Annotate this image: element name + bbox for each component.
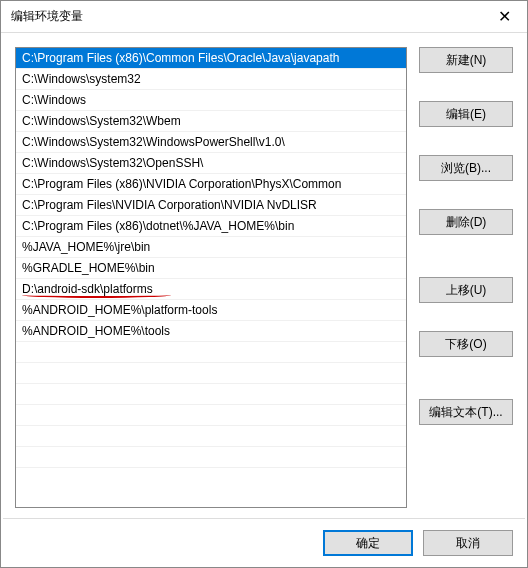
close-button[interactable]: ✕: [481, 1, 527, 33]
list-item[interactable]: %ANDROID_HOME%\tools: [16, 321, 406, 342]
side-buttons: 新建(N) 编辑(E) 浏览(B)... 删除(D) 上移(U) 下移(O) 编…: [419, 47, 513, 508]
browse-button[interactable]: 浏览(B)...: [419, 155, 513, 181]
list-item[interactable]: C:\Windows\System32\Wbem: [16, 111, 406, 132]
list-item[interactable]: C:\Program Files (x86)\NVIDIA Corporatio…: [16, 174, 406, 195]
list-item[interactable]: %JAVA_HOME%\jre\bin: [16, 237, 406, 258]
list-item[interactable]: C:\Program Files (x86)\Common Files\Orac…: [16, 48, 406, 69]
main-row: C:\Program Files (x86)\Common Files\Orac…: [15, 47, 513, 508]
list-item[interactable]: %ANDROID_HOME%\platform-tools: [16, 300, 406, 321]
list-item[interactable]: C:\Windows\System32\WindowsPowerShell\v1…: [16, 132, 406, 153]
list-item[interactable]: C:\Windows: [16, 90, 406, 111]
move-up-button[interactable]: 上移(U): [419, 277, 513, 303]
list-item-empty: [16, 447, 406, 468]
list-item[interactable]: D:\android-sdk\platforms: [16, 279, 406, 300]
list-item-empty: [16, 405, 406, 426]
list-item-empty: [16, 363, 406, 384]
list-item-empty: [16, 384, 406, 405]
list-item[interactable]: C:\Program Files\NVIDIA Corporation\NVID…: [16, 195, 406, 216]
list-item[interactable]: C:\Windows\System32\OpenSSH\: [16, 153, 406, 174]
close-icon: ✕: [498, 7, 511, 26]
edit-button[interactable]: 编辑(E): [419, 101, 513, 127]
list-item-empty: [16, 342, 406, 363]
list-item[interactable]: C:\Program Files (x86)\dotnet\%JAVA_HOME…: [16, 216, 406, 237]
list-item[interactable]: C:\Windows\system32: [16, 69, 406, 90]
delete-button[interactable]: 删除(D): [419, 209, 513, 235]
list-item[interactable]: %GRADLE_HOME%\bin: [16, 258, 406, 279]
dialog-body: C:\Program Files (x86)\Common Files\Orac…: [1, 33, 527, 518]
dialog-title: 编辑环境变量: [11, 8, 481, 25]
dialog-footer: 确定 取消: [1, 519, 527, 567]
edit-environment-variable-dialog: 编辑环境变量 ✕ C:\Program Files (x86)\Common F…: [0, 0, 528, 568]
cancel-button[interactable]: 取消: [423, 530, 513, 556]
move-down-button[interactable]: 下移(O): [419, 331, 513, 357]
path-list[interactable]: C:\Program Files (x86)\Common Files\Orac…: [15, 47, 407, 508]
new-button[interactable]: 新建(N): [419, 47, 513, 73]
ok-button[interactable]: 确定: [323, 530, 413, 556]
edit-text-button[interactable]: 编辑文本(T)...: [419, 399, 513, 425]
annotation-underline: [22, 292, 171, 298]
list-item-empty: [16, 426, 406, 447]
titlebar: 编辑环境变量 ✕: [1, 1, 527, 33]
